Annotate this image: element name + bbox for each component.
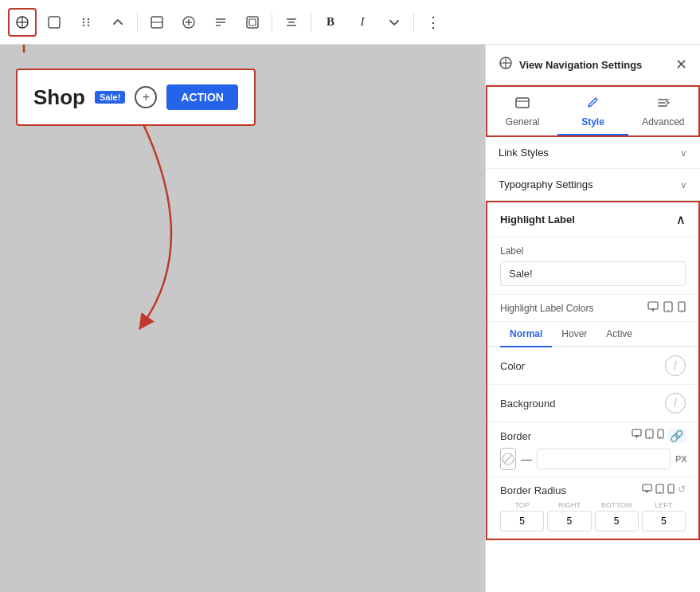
move-up-button[interactable]: [104, 8, 132, 37]
main-area: Shop Sale! + ACTION: [0, 45, 700, 592]
radius-right-group: RIGHT: [547, 501, 591, 531]
radius-top-group: TOP: [500, 501, 544, 531]
radius-right-label: RIGHT: [547, 501, 591, 509]
layout-tool-button[interactable]: [238, 8, 267, 37]
list-tool-button[interactable]: [206, 8, 235, 37]
background-label: Background: [500, 398, 555, 410]
navigator-tool-button[interactable]: [8, 8, 37, 37]
sidebar-close-button[interactable]: ✕: [675, 56, 687, 73]
drag-tool-button[interactable]: [72, 8, 100, 37]
radius-top-input[interactable]: [500, 511, 544, 531]
svg-point-6: [83, 21, 84, 22]
border-unit: PX: [675, 454, 687, 464]
border-radius-row: Border Radius ↺: [487, 477, 698, 539]
svg-point-7: [88, 21, 89, 22]
border-label: Border: [500, 430, 531, 442]
general-tab[interactable]: General: [487, 87, 557, 135]
border-dash: —: [521, 453, 532, 465]
tab-switcher: General Style Advanced: [486, 85, 700, 137]
tablet-icon: [663, 301, 673, 315]
mobile-icon: [678, 301, 686, 315]
svg-line-45: [504, 455, 512, 463]
link-styles-chevron: ∨: [680, 147, 687, 159]
link-styles-label: Link Styles: [499, 147, 549, 159]
bold-button[interactable]: B: [316, 8, 345, 37]
radius-tablet-icon: [655, 484, 664, 496]
toolbar-sep-2: [272, 13, 272, 32]
border-mobile-icon: [657, 429, 664, 443]
sidebar-header: View Navigation Settings ✕: [486, 45, 700, 85]
svg-point-8: [83, 24, 84, 25]
radius-right-input[interactable]: [547, 511, 591, 531]
highlight-section-title: Highlight Label: [500, 214, 575, 225]
svg-point-9: [88, 24, 89, 25]
radius-top-label: TOP: [500, 501, 544, 509]
style-tab[interactable]: Style: [557, 87, 628, 135]
radius-unlink-icon[interactable]: ↺: [678, 484, 686, 496]
nav-preview: Shop Sale! + ACTION: [16, 69, 256, 126]
svg-point-36: [681, 310, 682, 312]
border-color-button[interactable]: [500, 448, 516, 470]
color-label: Color: [500, 360, 525, 372]
sale-badge: Sale!: [95, 91, 125, 104]
toolbar-sep-1: [137, 13, 138, 32]
background-prop-row: Background /: [487, 385, 698, 422]
typography-settings-section[interactable]: Typography Settings ∨: [486, 169, 700, 201]
svg-rect-30: [648, 302, 658, 309]
radius-inputs: TOP RIGHT BOTTOM LEFT: [500, 501, 686, 531]
svg-point-5: [88, 18, 89, 19]
svg-rect-3: [49, 17, 60, 28]
svg-rect-46: [643, 484, 651, 491]
general-tab-label: General: [506, 116, 540, 127]
shop-text: Shop: [33, 85, 85, 110]
highlight-collapse-chevron[interactable]: ∧: [676, 212, 686, 227]
sidebar-header-left: View Navigation Settings: [499, 56, 642, 73]
add-button[interactable]: [174, 8, 203, 37]
svg-point-50: [659, 492, 660, 492]
border-tablet-icon: [645, 429, 654, 443]
svg-rect-37: [632, 429, 641, 436]
link-styles-section[interactable]: Link Styles ∨: [486, 137, 700, 169]
select-tool-button[interactable]: [40, 8, 68, 37]
radius-desktop-icon: [642, 484, 652, 496]
border-link-icon[interactable]: 🔗: [667, 429, 686, 443]
radius-responsive-icons: ↺: [642, 484, 686, 496]
more-options-button[interactable]: ⋮: [419, 8, 448, 37]
advanced-tab[interactable]: Advanced: [628, 87, 698, 135]
colors-icons: [647, 301, 686, 315]
general-tab-icon: [514, 95, 530, 113]
nav-action-button[interactable]: ACTION: [166, 84, 238, 110]
arrow-overlay: [0, 45, 485, 592]
sidebar: View Navigation Settings ✕ General: [485, 45, 700, 592]
hover-state-tab[interactable]: Hover: [552, 322, 596, 347]
svg-point-41: [649, 437, 650, 437]
border-responsive-icons: 🔗: [632, 429, 686, 443]
sidebar-title: View Navigation Settings: [519, 59, 642, 71]
label-field-title: Label: [500, 245, 686, 257]
radius-bottom-label: BOTTOM: [595, 501, 639, 509]
align-tool-button[interactable]: [277, 8, 306, 37]
radius-bottom-input[interactable]: [595, 511, 639, 531]
dropdown-button[interactable]: [380, 8, 409, 37]
toolbar-sep-4: [413, 13, 414, 32]
color-prop-row: Color /: [487, 347, 698, 385]
nav-settings-icon: [499, 56, 513, 73]
color-picker-button[interactable]: /: [665, 355, 686, 376]
svg-point-52: [671, 492, 671, 492]
label-field-group: Label: [487, 237, 698, 295]
background-picker-button[interactable]: /: [665, 393, 686, 414]
active-state-tab[interactable]: Active: [596, 322, 642, 347]
colors-label-text: Highlight Label Colors: [500, 303, 593, 314]
highlight-label-colors-row: Highlight Label Colors: [487, 295, 698, 322]
advanced-tab-icon: [655, 95, 671, 113]
normal-state-tab[interactable]: Normal: [500, 322, 552, 347]
label-input[interactable]: [500, 261, 686, 286]
border-width-input[interactable]: [537, 449, 671, 469]
radius-left-input[interactable]: [642, 511, 686, 531]
typography-settings-chevron: ∨: [680, 179, 687, 190]
nav-add-button[interactable]: +: [135, 86, 157, 108]
block-tool-button[interactable]: [143, 8, 171, 37]
radius-left-group: LEFT: [642, 501, 686, 531]
italic-button[interactable]: I: [348, 8, 377, 37]
radius-left-label: LEFT: [642, 501, 686, 509]
